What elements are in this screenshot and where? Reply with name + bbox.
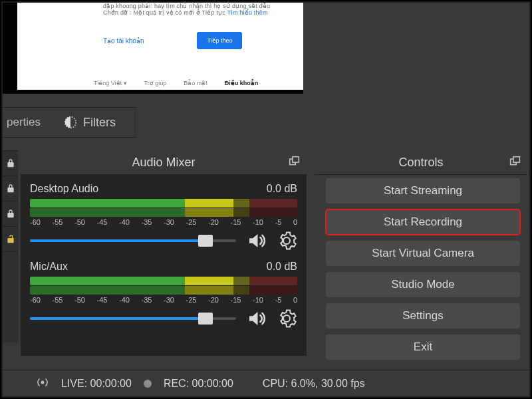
channel-name: Desktop Audio bbox=[30, 183, 98, 195]
vu-meter bbox=[30, 277, 297, 285]
rec-dot-icon bbox=[144, 380, 152, 388]
channel-name: Mic/Aux bbox=[30, 261, 68, 273]
mixer-channel: Desktop Audio0.0 dB -60-55-50-45-40-35-3… bbox=[30, 183, 297, 251]
preview-footer: Tiếng Việt ▾ Trợ giúp Bảo mật Điều khoản bbox=[94, 80, 258, 86]
live-label: LIVE: 00:00:00 bbox=[61, 378, 132, 390]
source-lock-3[interactable] bbox=[3, 201, 18, 226]
tab-bar: perties Filters bbox=[3, 107, 136, 138]
source-lock-2[interactable] bbox=[3, 176, 18, 201]
exit-button[interactable]: Exit bbox=[325, 334, 521, 360]
vu-meter bbox=[30, 199, 297, 207]
source-lock-4[interactable] bbox=[3, 226, 18, 251]
vu-meter bbox=[30, 208, 297, 217]
cpu-status: CPU: 6.0%, 30.00 fps bbox=[263, 378, 365, 390]
svg-rect-8 bbox=[513, 157, 519, 163]
preview-area: đặp khoong phải: hay tìm chủ nhân thì họ… bbox=[3, 3, 303, 94]
audio-mixer-header: Audio Mixer bbox=[21, 150, 307, 175]
rec-label: REC: 00:00:00 bbox=[164, 378, 233, 390]
mixer-popout-icon[interactable] bbox=[289, 156, 300, 170]
mixer-channel: Mic/Aux0.0 dB -60-55-50-45-40-35-30-25-2… bbox=[30, 261, 297, 329]
vu-meter bbox=[30, 286, 297, 295]
filters-icon bbox=[63, 115, 78, 130]
volume-slider[interactable] bbox=[30, 234, 236, 247]
channel-level: 0.0 dB bbox=[267, 261, 297, 273]
tab-filters-label: Filters bbox=[83, 116, 116, 130]
preview-page: đặp khoong phải: hay tìm chủ nhân thì họ… bbox=[17, 3, 303, 90]
meter-ticks: -60-55-50-45-40-35-30-25-20-15-10-50 bbox=[30, 296, 297, 304]
start-streaming-button[interactable]: Start Streaming bbox=[325, 178, 521, 204]
settings-button[interactable]: Settings bbox=[325, 303, 521, 329]
volume-slider[interactable] bbox=[30, 312, 236, 325]
preview-text: đặp khoong phải: hay tìm chủ nhân thì họ… bbox=[103, 3, 295, 16]
gear-icon[interactable] bbox=[276, 308, 297, 329]
start-virtual-camera-button[interactable]: Start Virtual Camera bbox=[325, 240, 521, 267]
controls-panel: Controls Start StreamingStart RecordingS… bbox=[315, 150, 527, 355]
status-bar: LIVE: 00:00:00 REC: 00:00:00 CPU: 6.0%, … bbox=[3, 370, 529, 396]
channel-level: 0.0 dB bbox=[267, 183, 297, 195]
studio-mode-button[interactable]: Studio Mode bbox=[325, 271, 521, 298]
controls-header: Controls bbox=[315, 150, 527, 175]
gear-icon[interactable] bbox=[276, 230, 297, 251]
speaker-icon[interactable] bbox=[245, 230, 267, 251]
start-recording-button[interactable]: Start Recording bbox=[325, 209, 521, 235]
meter-ticks: -60-55-50-45-40-35-30-25-20-15-10-50 bbox=[30, 218, 297, 226]
live-icon bbox=[36, 376, 49, 392]
tab-filters[interactable]: Filters bbox=[63, 115, 116, 130]
speaker-icon[interactable] bbox=[245, 308, 267, 329]
tab-properties[interactable]: perties bbox=[3, 116, 41, 129]
svg-rect-6 bbox=[293, 157, 299, 163]
preview-next-button: Tiếp theo bbox=[197, 32, 242, 49]
source-lock-1[interactable] bbox=[3, 150, 18, 176]
preview-link: Tạo tài khoản bbox=[103, 37, 144, 45]
controls-popout-icon[interactable] bbox=[509, 156, 521, 170]
sources-lock-column bbox=[3, 150, 18, 342]
svg-point-9 bbox=[41, 380, 45, 384]
audio-mixer-panel: Audio Mixer Desktop Audio0.0 dB -60-55-5… bbox=[21, 150, 307, 355]
